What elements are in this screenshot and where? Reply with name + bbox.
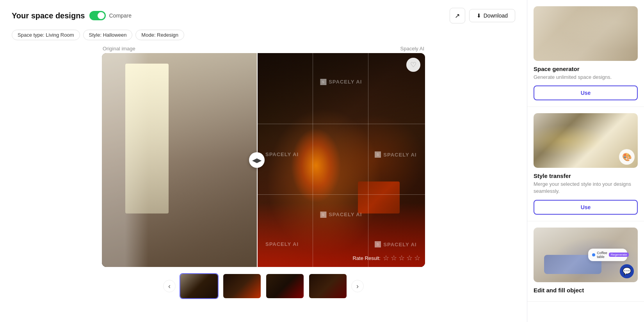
download-icon: ⬇ <box>477 12 481 19</box>
thumbnail-1[interactable] <box>180 273 219 299</box>
watermark-top-center: S SPACELY AI <box>320 79 362 85</box>
next-arrow[interactable]: › <box>351 280 364 292</box>
ai-label: Spacely AI <box>400 46 424 52</box>
fireplace-glow <box>291 128 341 203</box>
thumb-inner-2 <box>223 274 261 298</box>
star-5[interactable]: ☆ <box>414 254 420 262</box>
star-2[interactable]: ☆ <box>391 254 397 262</box>
compare-toggle[interactable] <box>89 11 106 20</box>
sidebar: Space generator Generate unlimited space… <box>527 0 644 322</box>
style-transfer-icon-overlay: 🎨 <box>619 149 635 165</box>
space-generator-use-button[interactable]: Use <box>534 85 638 100</box>
rate-result: Rate Result: ☆ ☆ ☆ ☆ ☆ <box>352 254 420 262</box>
thumb-inner-1 <box>180 274 218 298</box>
header-right: ↗ ⬇ Download <box>450 8 515 23</box>
filter-tags: Space type: Living Room Style: Halloween… <box>12 30 515 40</box>
original-label: Original image <box>103 46 135 52</box>
prev-arrow[interactable]: ‹ <box>163 280 176 292</box>
edit-fill-thumbnail: Coffee table Regenerate 💬 <box>534 228 638 282</box>
toggle-wrapper: Compare <box>89 11 132 20</box>
thumbnail-3[interactable] <box>265 273 304 299</box>
space-generator-thumbnail <box>534 6 638 61</box>
thumbnail-strip: ‹ › <box>102 273 425 299</box>
header-row: Your space designs Compare ↗ ⬇ Download <box>12 8 515 23</box>
watermark-logo-1: S <box>320 79 326 85</box>
grid-line-h2 <box>257 194 425 195</box>
watermark-mid-right: S SPACELY AI <box>375 151 416 158</box>
star-4[interactable]: ☆ <box>406 254 413 262</box>
filter-tag-style[interactable]: Style: Halloween <box>83 30 133 40</box>
thumbnail-4[interactable] <box>308 273 347 299</box>
page-title: Your space designs <box>12 11 85 20</box>
filter-tag-mode[interactable]: Mode: Redesign <box>135 30 184 40</box>
purple-badge: Regenerate <box>609 253 629 257</box>
candle-area <box>358 181 400 213</box>
sidebar-card-edit-fill: Coffee table Regenerate 💬 Edit and fill … <box>527 221 644 302</box>
thumb-inner-3 <box>266 274 304 298</box>
ai-generated-image: S SPACELY AI SPACELY AI S SPACELY AI S S… <box>257 53 425 267</box>
main-content: Your space designs Compare ↗ ⬇ Download … <box>0 0 527 322</box>
image-comparison-wrapper: Original image Spacely AI ◀▶ <box>102 46 425 299</box>
comparison-drag-handle[interactable]: ◀▶ <box>249 152 265 168</box>
space-generator-title: Space generator <box>534 66 638 72</box>
sidebar-card-space-generator: Space generator Generate unlimited space… <box>527 0 644 107</box>
filter-tag-space-type[interactable]: Space type: Living Room <box>12 30 80 40</box>
chat-text: Coffee table <box>597 251 607 259</box>
thumb-inner-4 <box>309 274 347 298</box>
image-labels: Original image Spacely AI <box>102 46 425 52</box>
star-3[interactable]: ☆ <box>398 254 405 262</box>
star-rating: ☆ ☆ ☆ ☆ ☆ <box>383 254 420 262</box>
style-transfer-desc: Merge your selected style into your desi… <box>534 181 638 195</box>
favorite-button[interactable]: ♡ <box>406 58 420 72</box>
share-icon: ↗ <box>455 12 460 20</box>
comparison-container: ◀▶ S SPACELY AI <box>102 53 425 267</box>
star-1[interactable]: ☆ <box>383 254 389 262</box>
compare-label: Compare <box>109 12 132 19</box>
header-left: Your space designs Compare <box>12 11 132 20</box>
style-transfer-use-button[interactable]: Use <box>534 200 638 215</box>
sidebar-card-style-transfer: 🎨 Style transfer Merge your selected sty… <box>527 107 644 221</box>
thumbnail-2[interactable] <box>222 273 262 299</box>
download-button[interactable]: ⬇ Download <box>469 9 515 22</box>
original-image <box>102 53 257 267</box>
chat-icon-float[interactable]: 💬 <box>620 264 634 278</box>
style-transfer-title: Style transfer <box>534 173 638 179</box>
watermark-logo-2: S <box>375 151 381 158</box>
grid-line-h1 <box>257 124 425 124</box>
share-button[interactable]: ↗ <box>450 8 465 23</box>
rate-label: Rate Result: <box>352 255 381 261</box>
space-generator-desc: Generate unlimited space designs. <box>534 74 638 81</box>
window-light <box>125 64 169 213</box>
edit-fill-title: Edit and fill object <box>534 287 638 294</box>
chat-bubble-overlay: Coffee table Regenerate <box>588 249 627 261</box>
blue-dot <box>592 253 595 256</box>
style-transfer-thumbnail: 🎨 <box>534 113 638 168</box>
